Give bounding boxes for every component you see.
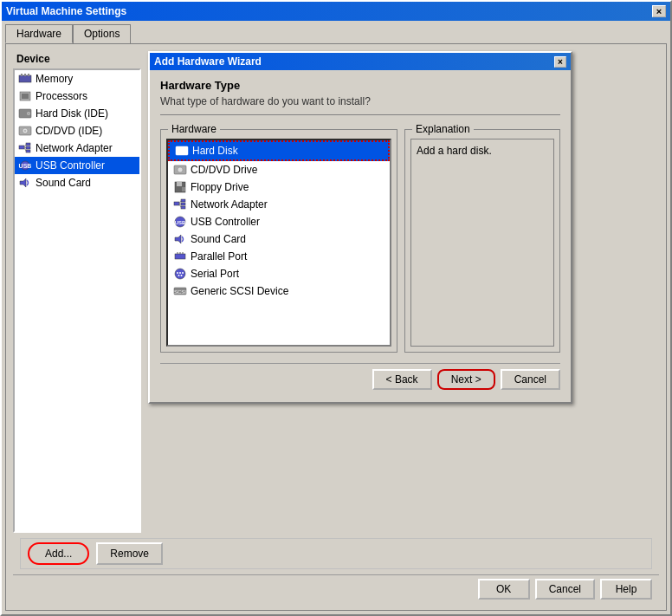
tab-bar: Hardware Options [5, 24, 667, 43]
main-bottom-buttons: OK Cancel Help [13, 574, 659, 603]
hw-harddisk-icon [175, 144, 189, 158]
svg-rect-3 [28, 74, 29, 76]
hw-item-usb[interactable]: USB USB Controller [168, 213, 390, 230]
svg-point-8 [28, 113, 29, 114]
processors-icon [18, 89, 32, 103]
svg-rect-39 [175, 254, 185, 259]
hw-item-scsi[interactable]: SCSI Generic SCSI Device [168, 282, 390, 300]
svg-rect-13 [26, 143, 30, 146]
device-item-processors[interactable]: Processors [15, 88, 139, 105]
device-item-hdd[interactable]: Hard Disk (IDE) [15, 105, 139, 122]
wizard-columns: Hardware Hard Disk [160, 126, 560, 353]
svg-point-46 [182, 272, 184, 274]
hw-network-icon [173, 198, 187, 211]
hw-usb-label: USB Controller [191, 216, 260, 228]
wizard-title: Add Hardware Wizard [154, 55, 262, 68]
hw-scsi-icon: SCSI [173, 284, 187, 298]
next-button[interactable]: Next > [437, 369, 495, 390]
add-button[interactable]: Add... [28, 542, 89, 565]
wizard-close-button[interactable]: × [554, 56, 566, 68]
device-item-cddvd[interactable]: CD/DVD (IDE) [15, 122, 139, 139]
hw-parallel-icon [173, 250, 187, 263]
back-button[interactable]: < Back [372, 369, 432, 390]
explanation-group-label: Explanation [412, 123, 474, 135]
hw-item-sound[interactable]: Sound Card [168, 230, 390, 248]
hw-item-network[interactable]: Network Adapter [168, 196, 390, 213]
svg-rect-27 [177, 182, 182, 186]
hw-usb-icon: USB [173, 215, 187, 229]
hw-item-parallel[interactable]: Parallel Port [168, 248, 390, 265]
svg-marker-21 [20, 178, 26, 187]
svg-rect-2 [24, 74, 26, 76]
svg-rect-12 [19, 146, 24, 149]
device-section-label: Device [13, 51, 141, 67]
help-button[interactable]: Help [600, 579, 652, 600]
hardware-listbox[interactable]: Hard Disk CD/DVD Drive [166, 139, 391, 347]
svg-rect-5 [22, 94, 29, 99]
explanation-section: Explanation Add a hard disk. [404, 126, 560, 353]
device-item-usb[interactable]: USB USB Controller [15, 157, 139, 174]
hardware-section: Hardware Hard Disk [160, 126, 397, 353]
hw-network-label: Network Adapter [191, 198, 268, 211]
hw-cddvd-icon [173, 163, 187, 177]
hw-item-cddvd[interactable]: CD/DVD Drive [168, 161, 390, 178]
device-cddvd-label: CD/DVD (IDE) [36, 125, 102, 137]
svg-point-25 [178, 167, 183, 172]
hw-serial-label: Serial Port [191, 268, 239, 280]
wizard-main-title: Hardware Type [160, 79, 560, 92]
device-item-memory[interactable]: Memory [15, 70, 139, 88]
window-close-button[interactable]: × [652, 5, 666, 17]
svg-point-23 [184, 149, 187, 152]
wizard-subtitle: What type of hardware do you want to ins… [160, 95, 560, 107]
device-item-network[interactable]: Network Adapter [15, 139, 139, 157]
svg-point-48 [181, 275, 183, 276]
hw-floppy-icon [173, 180, 187, 194]
device-hdd-label: Hard Disk (IDE) [36, 107, 108, 120]
svg-text:USB: USB [175, 220, 186, 225]
device-usb-label: USB Controller [36, 159, 105, 172]
tab-hardware[interactable]: Hardware [5, 24, 73, 43]
main-window: Virtual Machine Settings × Hardware Opti… [0, 0, 672, 616]
wizard-titlebar: Add Hardware Wizard × [150, 53, 571, 70]
hw-scsi-label: Generic SCSI Device [191, 285, 288, 297]
hardware-group: Hardware Hard Disk [160, 129, 397, 353]
device-network-label: Network Adapter [36, 142, 113, 154]
device-sidebar: Device Memory Processors [13, 51, 141, 533]
memory-icon [18, 72, 32, 86]
ok-button[interactable]: OK [478, 579, 530, 600]
svg-point-11 [24, 130, 26, 132]
cancel-button[interactable]: Cancel [535, 579, 595, 600]
hw-floppy-label: Floppy Drive [191, 181, 249, 193]
wizard-buttons: < Back Next > Cancel [160, 363, 560, 393]
device-item-sound[interactable]: Sound Card [15, 174, 139, 191]
main-panel: Device Memory Processors [5, 43, 667, 611]
svg-line-16 [24, 145, 26, 148]
wizard-dialog: Add Hardware Wizard × Hardware Type What… [148, 51, 572, 404]
hw-sound-label: Sound Card [191, 233, 246, 245]
hw-serial-icon [173, 267, 187, 281]
window-content: Hardware Options Device Memory [2, 21, 670, 614]
svg-rect-14 [26, 146, 30, 149]
network-icon-sidebar [18, 141, 32, 155]
svg-rect-28 [182, 187, 185, 191]
wizard-header: Hardware Type What type of hardware do y… [160, 79, 560, 115]
svg-point-44 [177, 272, 178, 274]
panel-body: Device Memory Processors [13, 51, 659, 533]
wizard-cancel-button[interactable]: Cancel [501, 369, 560, 390]
svg-rect-31 [181, 203, 185, 205]
svg-text:SCSI: SCSI [174, 289, 186, 295]
hardware-group-label: Hardware [168, 123, 220, 135]
svg-line-33 [179, 201, 181, 204]
hw-item-floppy[interactable]: Floppy Drive [168, 178, 390, 196]
remove-button[interactable]: Remove [96, 542, 163, 565]
sound-icon-sidebar [18, 176, 32, 190]
hw-item-harddisk[interactable]: Hard Disk [168, 140, 390, 161]
explanation-group: Explanation Add a hard disk. [404, 129, 560, 353]
svg-rect-29 [174, 202, 179, 205]
hw-parallel-label: Parallel Port [191, 250, 247, 263]
hw-item-serial[interactable]: Serial Port [168, 265, 390, 282]
explanation-box: Add a hard disk. [410, 139, 554, 347]
tab-options[interactable]: Options [73, 24, 131, 43]
device-sound-label: Sound Card [36, 177, 91, 189]
svg-text:USB: USB [19, 163, 32, 169]
